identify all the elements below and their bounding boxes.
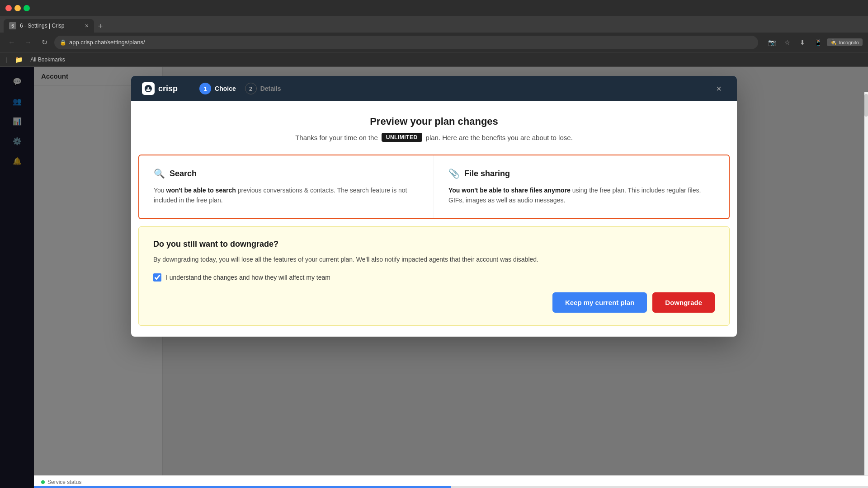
search-icon: 🔍 <box>154 168 165 179</box>
step-1-number: 1 <box>199 83 211 94</box>
checkbox-row: I understand the changes and how they wi… <box>153 273 715 282</box>
downgrade-section: Do you still want to downgrade? By downg… <box>138 226 730 326</box>
lock-icon: 🔒 <box>60 39 66 46</box>
incognito-icon: 🕵 <box>830 39 837 45</box>
star-icon[interactable]: ☆ <box>781 36 793 49</box>
downgrade-button[interactable]: Downgrade <box>652 292 715 313</box>
tab-favicon: 6 <box>9 22 16 29</box>
modal-header: crisp 1 Choice 2 Details × <box>131 76 737 101</box>
forward-button[interactable]: → <box>22 36 34 49</box>
preview-header: Preview your plan changes Thanks for you… <box>131 101 737 155</box>
checkbox-label: I understand the changes and how they wi… <box>166 274 330 281</box>
browser-chrome: 6 6 - Settings | Crisp × + ← → ↻ 🔒 app.c… <box>0 0 868 67</box>
preview-title: Preview your plan changes <box>149 116 719 127</box>
step-1-label: Choice <box>215 85 236 92</box>
tab-bar: 6 6 - Settings | Crisp × + <box>0 16 868 33</box>
incognito-badge: 🕵 Incognito <box>827 38 863 46</box>
back-button[interactable]: ← <box>5 36 18 49</box>
downgrade-title: Do you still want to downgrade? <box>153 239 715 249</box>
action-buttons: Keep my current plan Downgrade <box>153 292 715 313</box>
nav-bar: ← → ↻ 🔒 app.crisp.chat/settings/plans/ 📷… <box>0 33 868 52</box>
tab-title: 6 - Settings | Crisp <box>20 23 64 29</box>
maximize-window-btn[interactable] <box>24 5 30 11</box>
feature-search-description: You won't be able to search previous con… <box>154 185 419 206</box>
reload-button[interactable]: ↻ <box>38 36 51 49</box>
step-2-number: 2 <box>245 83 257 94</box>
tab-close-btn[interactable]: × <box>85 22 89 29</box>
crisp-logo-icon <box>142 82 155 95</box>
devices-icon[interactable]: 📱 <box>811 36 824 49</box>
crisp-logo: crisp <box>142 82 178 95</box>
url-text: app.crisp.chat/settings/plans/ <box>69 39 145 46</box>
address-bar[interactable]: 🔒 app.crisp.chat/settings/plans/ <box>54 36 758 49</box>
modal-body: Preview your plan changes Thanks for you… <box>131 101 737 337</box>
modal-dialog: crisp 1 Choice 2 Details × <box>131 76 737 337</box>
preview-subtitle-before: Thanks for your time on the <box>295 134 378 141</box>
minimize-window-btn[interactable] <box>14 5 21 11</box>
new-tab-button[interactable]: + <box>94 20 107 33</box>
feature-filesharing: 📎 File sharing You won't be able to shar… <box>434 155 729 218</box>
feature-filesharing-name: File sharing <box>464 169 510 178</box>
plan-badge: UNLIMITED <box>382 133 422 142</box>
step-2: 2 Details <box>245 83 281 94</box>
downgrade-description: By downgrading today, you will lose all … <box>153 254 715 264</box>
bookmarks-divider: | <box>5 56 7 63</box>
bottom-progress-bar <box>34 486 868 488</box>
step-2-label: Details <box>260 85 281 92</box>
bookmarks-icon: 📁 <box>12 53 25 66</box>
modal-close-button[interactable]: × <box>712 81 726 96</box>
camera-off-icon[interactable]: 📷 <box>765 36 778 49</box>
status-text: Service status <box>47 479 81 485</box>
page-content: 💬 👥 📊 ⚙️ 🔔 Account crisp <box>0 67 868 488</box>
window-controls <box>5 5 30 11</box>
features-section: 🔍 Search You won't be able to search pre… <box>138 155 730 219</box>
close-window-btn[interactable] <box>5 5 12 11</box>
download-icon[interactable]: ⬇ <box>796 36 809 49</box>
feature-search: 🔍 Search You won't be able to search pre… <box>139 155 434 218</box>
features-grid: 🔍 Search You won't be able to search pre… <box>139 155 729 218</box>
incognito-label: Incognito <box>839 40 859 45</box>
step-1: 1 Choice <box>199 83 236 94</box>
understand-checkbox[interactable] <box>153 273 161 282</box>
feature-filesharing-description: You won't be able to share files anymore… <box>448 185 714 206</box>
title-bar <box>0 0 868 16</box>
keep-plan-button[interactable]: Keep my current plan <box>552 292 647 313</box>
status-dot <box>41 480 45 484</box>
nav-actions: 📷 ☆ ⬇ 📱 🕵 Incognito <box>765 36 863 49</box>
feature-search-header: 🔍 Search <box>154 168 419 179</box>
modal-steps: 1 Choice 2 Details <box>199 83 281 94</box>
feature-search-name: Search <box>170 169 197 178</box>
preview-subtitle-after: plan. Here are the benefits you are abou… <box>426 134 573 141</box>
browser-tab[interactable]: 6 6 - Settings | Crisp × <box>4 19 94 33</box>
modal-overlay: crisp 1 Choice 2 Details × <box>0 67 868 488</box>
bookmarks-bar: | 📁 All Bookmarks <box>0 52 868 67</box>
paperclip-icon: 📎 <box>448 168 460 179</box>
bottom-progress-fill <box>34 486 451 488</box>
preview-subtitle: Thanks for your time on the UNLIMITED pl… <box>149 133 719 142</box>
crisp-logo-text: crisp <box>158 84 178 94</box>
feature-filesharing-header: 📎 File sharing <box>448 168 714 179</box>
bookmarks-label: All Bookmarks <box>30 56 65 63</box>
